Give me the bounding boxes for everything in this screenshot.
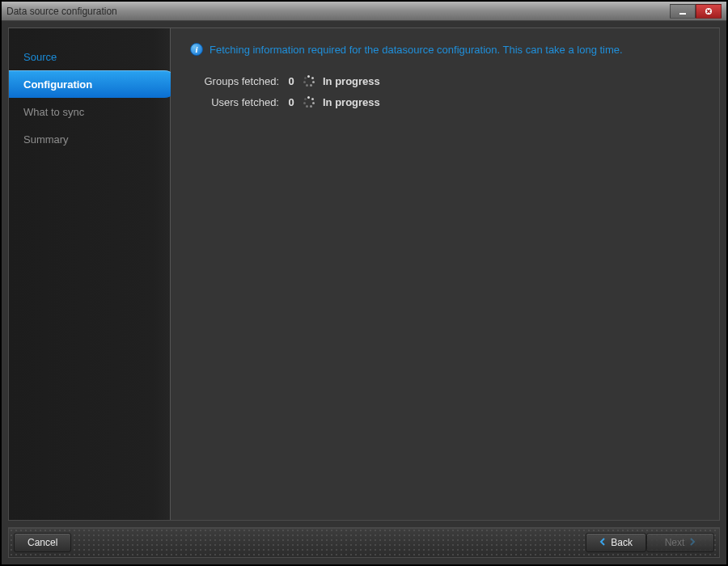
close-icon (705, 7, 713, 15)
footer-bar: Cancel Back Next (8, 527, 720, 558)
wizard-sidebar: Source Configuration What to sync Summar… (9, 28, 171, 520)
content-pane: Source Configuration What to sync Summar… (8, 27, 720, 521)
chevron-left-icon (599, 537, 606, 548)
sidebar-item-label: Configuration (23, 78, 92, 91)
sidebar-item-configuration[interactable]: Configuration (9, 70, 178, 98)
fetch-count: 0 (287, 75, 295, 87)
fetch-status: In progress (323, 96, 380, 108)
fetch-label: Users fetched: (190, 96, 279, 108)
button-label: Next (665, 537, 685, 548)
main-panel: Fetching information required for the da… (171, 28, 719, 520)
chevron-right-icon (689, 537, 696, 548)
back-button[interactable]: Back (586, 533, 646, 552)
info-banner: Fetching information required for the da… (190, 43, 700, 56)
dialog-window: Data source configuration Source Configu… (0, 0, 728, 566)
button-label: Cancel (28, 537, 57, 548)
spinner-icon (303, 75, 315, 87)
fetch-status: In progress (323, 75, 380, 87)
sidebar-item-summary[interactable]: Summary (9, 125, 170, 153)
fetch-row-groups: Groups fetched: 0 In progress (190, 70, 700, 91)
sidebar-item-label: Summary (23, 133, 69, 146)
svg-rect-0 (679, 13, 686, 15)
sidebar-item-source[interactable]: Source (9, 43, 170, 70)
sidebar-item-label: Source (23, 51, 57, 63)
fetch-row-users: Users fetched: 0 In progress (190, 91, 700, 112)
minimize-icon (679, 7, 687, 15)
info-text: Fetching information required for the da… (210, 44, 623, 56)
cancel-button[interactable]: Cancel (14, 533, 71, 552)
next-button[interactable]: Next (646, 533, 714, 552)
window-controls (670, 4, 722, 19)
fetch-count: 0 (287, 96, 295, 108)
sidebar-item-what-to-sync[interactable]: What to sync (9, 98, 170, 125)
fetch-label: Groups fetched: (190, 75, 279, 87)
minimize-button[interactable] (670, 4, 696, 19)
button-label: Back (611, 537, 633, 548)
client-area: Source Configuration What to sync Summar… (2, 21, 726, 564)
window-title: Data source configuration (6, 6, 670, 17)
close-button[interactable] (696, 4, 722, 19)
info-icon (190, 43, 203, 56)
spinner-icon (303, 96, 315, 108)
titlebar[interactable]: Data source configuration (2, 2, 726, 21)
sidebar-item-label: What to sync (23, 106, 84, 118)
